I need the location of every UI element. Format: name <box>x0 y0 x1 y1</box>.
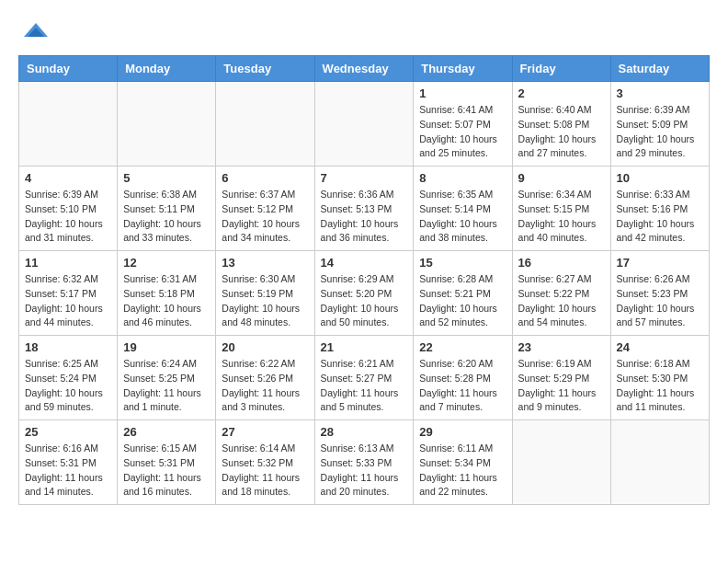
calendar-cell: 15Sunrise: 6:28 AMSunset: 5:21 PMDayligh… <box>414 251 512 336</box>
day-number: 23 <box>518 340 605 354</box>
calendar-cell: 17Sunrise: 6:26 AMSunset: 5:23 PMDayligh… <box>610 251 709 336</box>
calendar-cell: 2Sunrise: 6:40 AMSunset: 5:08 PMDaylight… <box>512 82 610 167</box>
calendar-day-header: Tuesday <box>216 56 314 82</box>
calendar-cell: 1Sunrise: 6:41 AMSunset: 5:07 PMDaylight… <box>414 82 512 167</box>
calendar-cell: 29Sunrise: 6:11 AMSunset: 5:34 PMDayligh… <box>414 420 512 505</box>
day-info: Sunrise: 6:26 AMSunset: 5:23 PMDaylight:… <box>617 272 703 330</box>
calendar-cell: 3Sunrise: 6:39 AMSunset: 5:09 PMDaylight… <box>610 82 709 167</box>
calendar-table: SundayMondayTuesdayWednesdayThursdayFrid… <box>18 55 710 505</box>
day-info: Sunrise: 6:13 AMSunset: 5:33 PMDaylight:… <box>321 442 408 500</box>
day-info: Sunrise: 6:18 AMSunset: 5:30 PMDaylight:… <box>617 357 703 415</box>
day-info: Sunrise: 6:37 AMSunset: 5:12 PMDaylight:… <box>222 188 308 246</box>
day-info: Sunrise: 6:39 AMSunset: 5:10 PMDaylight:… <box>25 188 111 246</box>
week-row: 11Sunrise: 6:32 AMSunset: 5:17 PMDayligh… <box>19 251 710 336</box>
week-row: 25Sunrise: 6:16 AMSunset: 5:31 PMDayligh… <box>19 420 710 505</box>
week-row: 4Sunrise: 6:39 AMSunset: 5:10 PMDaylight… <box>19 167 710 251</box>
calendar-cell: 16Sunrise: 6:27 AMSunset: 5:22 PMDayligh… <box>512 251 610 336</box>
calendar-cell <box>610 420 709 505</box>
calendar-cell: 4Sunrise: 6:39 AMSunset: 5:10 PMDaylight… <box>19 167 118 251</box>
calendar-header-row: SundayMondayTuesdayWednesdayThursdayFrid… <box>19 56 710 82</box>
day-number: 6 <box>222 171 308 185</box>
day-number: 5 <box>123 171 210 185</box>
day-number: 18 <box>25 340 111 354</box>
day-info: Sunrise: 6:41 AMSunset: 5:07 PMDaylight:… <box>419 103 506 161</box>
calendar-cell: 26Sunrise: 6:15 AMSunset: 5:31 PMDayligh… <box>118 420 216 505</box>
calendar-cell: 6Sunrise: 6:37 AMSunset: 5:12 PMDaylight… <box>216 167 314 251</box>
day-info: Sunrise: 6:15 AMSunset: 5:31 PMDaylight:… <box>123 442 210 500</box>
day-info: Sunrise: 6:25 AMSunset: 5:24 PMDaylight:… <box>25 357 111 415</box>
day-info: Sunrise: 6:38 AMSunset: 5:11 PMDaylight:… <box>123 188 210 246</box>
calendar-cell: 5Sunrise: 6:38 AMSunset: 5:11 PMDaylight… <box>118 167 216 251</box>
day-info: Sunrise: 6:31 AMSunset: 5:18 PMDaylight:… <box>123 272 210 330</box>
calendar-cell: 12Sunrise: 6:31 AMSunset: 5:18 PMDayligh… <box>118 251 216 336</box>
calendar-cell: 9Sunrise: 6:34 AMSunset: 5:15 PMDaylight… <box>512 167 610 251</box>
day-number: 16 <box>518 256 605 270</box>
day-number: 13 <box>222 256 308 270</box>
day-number: 9 <box>518 171 605 185</box>
calendar-cell: 18Sunrise: 6:25 AMSunset: 5:24 PMDayligh… <box>19 336 118 420</box>
day-info: Sunrise: 6:22 AMSunset: 5:26 PMDaylight:… <box>222 357 308 415</box>
day-info: Sunrise: 6:40 AMSunset: 5:08 PMDaylight:… <box>518 103 605 161</box>
day-info: Sunrise: 6:16 AMSunset: 5:31 PMDaylight:… <box>25 442 111 500</box>
day-number: 28 <box>321 425 408 439</box>
day-number: 14 <box>321 256 408 270</box>
calendar-cell <box>512 420 610 505</box>
day-info: Sunrise: 6:20 AMSunset: 5:28 PMDaylight:… <box>419 357 506 415</box>
calendar-day-header: Monday <box>118 56 216 82</box>
day-info: Sunrise: 6:32 AMSunset: 5:17 PMDaylight:… <box>25 272 111 330</box>
calendar-day-header: Sunday <box>19 56 118 82</box>
day-info: Sunrise: 6:29 AMSunset: 5:20 PMDaylight:… <box>321 272 408 330</box>
calendar-cell: 13Sunrise: 6:30 AMSunset: 5:19 PMDayligh… <box>216 251 314 336</box>
calendar-cell: 14Sunrise: 6:29 AMSunset: 5:20 PMDayligh… <box>314 251 414 336</box>
calendar-day-header: Wednesday <box>314 56 414 82</box>
calendar-cell: 19Sunrise: 6:24 AMSunset: 5:25 PMDayligh… <box>118 336 216 420</box>
day-number: 3 <box>617 86 703 100</box>
calendar-cell: 25Sunrise: 6:16 AMSunset: 5:31 PMDayligh… <box>19 420 118 505</box>
calendar-cell: 11Sunrise: 6:32 AMSunset: 5:17 PMDayligh… <box>19 251 118 336</box>
calendar-day-header: Friday <box>512 56 610 82</box>
calendar-cell: 27Sunrise: 6:14 AMSunset: 5:32 PMDayligh… <box>216 420 314 505</box>
day-number: 1 <box>419 86 506 100</box>
calendar-cell: 21Sunrise: 6:21 AMSunset: 5:27 PMDayligh… <box>314 336 414 420</box>
calendar-day-header: Saturday <box>610 56 709 82</box>
day-info: Sunrise: 6:35 AMSunset: 5:14 PMDaylight:… <box>419 188 506 246</box>
day-number: 21 <box>321 340 408 354</box>
day-number: 8 <box>419 171 506 185</box>
logo <box>18 18 50 46</box>
day-info: Sunrise: 6:34 AMSunset: 5:15 PMDaylight:… <box>518 188 605 246</box>
day-number: 22 <box>419 340 506 354</box>
week-row: 1Sunrise: 6:41 AMSunset: 5:07 PMDaylight… <box>19 82 710 167</box>
calendar-cell: 7Sunrise: 6:36 AMSunset: 5:13 PMDaylight… <box>314 167 414 251</box>
calendar-cell: 28Sunrise: 6:13 AMSunset: 5:33 PMDayligh… <box>314 420 414 505</box>
day-info: Sunrise: 6:28 AMSunset: 5:21 PMDaylight:… <box>419 272 506 330</box>
calendar-cell: 23Sunrise: 6:19 AMSunset: 5:29 PMDayligh… <box>512 336 610 420</box>
day-number: 19 <box>123 340 210 354</box>
day-info: Sunrise: 6:21 AMSunset: 5:27 PMDaylight:… <box>321 357 408 415</box>
day-number: 29 <box>419 425 506 439</box>
day-info: Sunrise: 6:14 AMSunset: 5:32 PMDaylight:… <box>222 442 308 500</box>
day-number: 12 <box>123 256 210 270</box>
day-number: 2 <box>518 86 605 100</box>
day-number: 26 <box>123 425 210 439</box>
week-row: 18Sunrise: 6:25 AMSunset: 5:24 PMDayligh… <box>19 336 710 420</box>
day-number: 25 <box>25 425 111 439</box>
day-info: Sunrise: 6:39 AMSunset: 5:09 PMDaylight:… <box>617 103 703 161</box>
day-number: 7 <box>321 171 408 185</box>
calendar-day-header: Thursday <box>414 56 512 82</box>
day-number: 11 <box>25 256 111 270</box>
calendar-cell <box>118 82 216 167</box>
day-info: Sunrise: 6:24 AMSunset: 5:25 PMDaylight:… <box>123 357 210 415</box>
day-number: 17 <box>617 256 703 270</box>
day-info: Sunrise: 6:36 AMSunset: 5:13 PMDaylight:… <box>321 188 408 246</box>
day-number: 24 <box>617 340 703 354</box>
calendar-cell <box>216 82 314 167</box>
calendar-cell: 20Sunrise: 6:22 AMSunset: 5:26 PMDayligh… <box>216 336 314 420</box>
day-number: 10 <box>617 171 703 185</box>
logo-icon <box>22 18 50 46</box>
day-info: Sunrise: 6:19 AMSunset: 5:29 PMDaylight:… <box>518 357 605 415</box>
day-info: Sunrise: 6:11 AMSunset: 5:34 PMDaylight:… <box>419 442 506 500</box>
day-info: Sunrise: 6:30 AMSunset: 5:19 PMDaylight:… <box>222 272 308 330</box>
calendar-cell: 8Sunrise: 6:35 AMSunset: 5:14 PMDaylight… <box>414 167 512 251</box>
calendar-cell: 24Sunrise: 6:18 AMSunset: 5:30 PMDayligh… <box>610 336 709 420</box>
calendar-cell <box>19 82 118 167</box>
